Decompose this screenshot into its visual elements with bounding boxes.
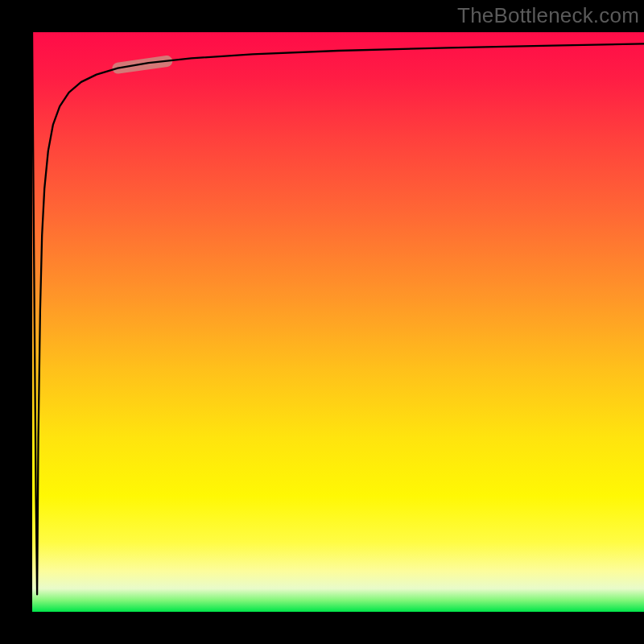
plot-area	[32, 32, 644, 612]
chart-frame: TheBottleneck.com	[0, 0, 644, 644]
curve-line	[32, 32, 644, 594]
watermark-text: TheBottleneck.com	[457, 3, 639, 28]
curve-svg	[32, 32, 644, 612]
